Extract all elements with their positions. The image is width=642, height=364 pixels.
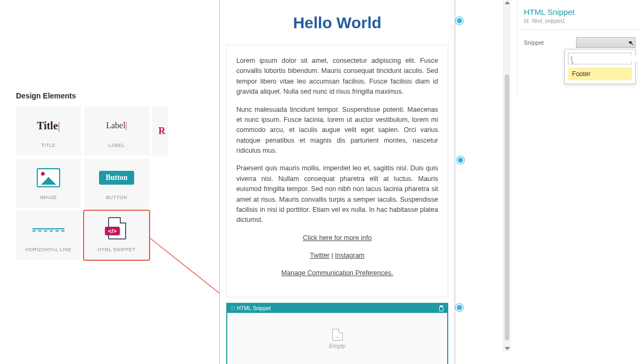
snippet-block-header[interactable]: HTML Snippet: [227, 304, 447, 313]
horizontal-line-preview-icon: [16, 218, 81, 242]
section-handle-icon[interactable]: [457, 156, 464, 164]
snippet-select-button[interactable]: [576, 37, 636, 48]
snippet-field-label: Snippet: [524, 37, 571, 46]
hero-title[interactable]: Hello World: [226, 6, 448, 45]
design-elements-heading: Design Elements: [16, 92, 173, 100]
dropdown-option-footer[interactable]: Footer: [568, 68, 632, 80]
properties-panel: HTML Snippet Id:html_snippet1 Snippet ↖ …: [517, 0, 642, 96]
design-tile-richtext-partial[interactable]: R: [152, 106, 168, 155]
design-tile-horizontal-line[interactable]: HORIZONTAL LINE: [16, 211, 81, 260]
tile-label: HORIZONTAL LINE: [25, 247, 71, 252]
design-elements-panel: Design Elements Title| TITLE Label| LABE…: [16, 92, 173, 260]
scroll-thumb[interactable]: [505, 75, 509, 341]
properties-id: Id:html_snippet1: [524, 18, 636, 24]
drag-handle-icon[interactable]: [231, 305, 235, 311]
paragraph: Praesent quis mauris mollis, imperdiet l…: [236, 163, 438, 225]
link-more-info[interactable]: Click here for more info: [303, 234, 372, 242]
link-preferences[interactable]: Manage Communication Preferences.: [282, 269, 393, 277]
image-preview-icon: [16, 166, 81, 189]
label-preview: Label|: [84, 114, 149, 137]
dropdown-search[interactable]: |: [568, 53, 632, 64]
paragraph: Nunc malesuada tincidunt tempor. Suspend…: [236, 105, 438, 156]
tile-label: BUTTON: [106, 195, 127, 200]
empty-document-icon: [332, 329, 343, 341]
email-canvas[interactable]: Hello World Lorem ipsum dolor sit amet, …: [219, 0, 455, 364]
snippet-select[interactable]: ↖ | Footer: [576, 37, 636, 48]
canvas-scrollbar[interactable]: [503, 0, 511, 351]
snippet-block-title: HTML Snippet: [237, 305, 271, 311]
properties-title: HTML Snippet: [524, 7, 636, 16]
design-tile-label[interactable]: Label| LABEL: [84, 106, 149, 155]
design-elements-grid: Title| TITLE Label| LABEL R IMAGE Button: [16, 106, 173, 260]
tile-label: IMAGE: [40, 195, 57, 200]
link-instagram[interactable]: Instagram: [335, 252, 365, 259]
trash-icon[interactable]: [439, 305, 444, 311]
title-preview: Title|: [16, 114, 81, 137]
tile-label: TITLE: [41, 143, 55, 148]
section-handle-icon[interactable]: [456, 17, 463, 24]
design-tile-html-snippet[interactable]: </> HTML SNIPPET: [84, 211, 149, 260]
content-block[interactable]: Lorem ipsum dolor sit amet, consectetur …: [226, 45, 448, 297]
link-separator: |: [330, 252, 335, 259]
dropdown-search-input[interactable]: [575, 55, 642, 62]
paragraph: Lorem ipsum dolor sit amet, consectetur …: [236, 56, 438, 97]
snippet-empty-label: Empty: [329, 343, 345, 349]
snippet-dropdown: | Footer: [564, 49, 636, 84]
design-tile-title[interactable]: Title| TITLE: [16, 106, 81, 155]
scroll-up-icon[interactable]: [505, 1, 510, 4]
button-preview: Button: [84, 166, 149, 189]
link-twitter[interactable]: Twitter: [310, 252, 330, 259]
tile-label: HTML SNIPPET: [97, 247, 135, 252]
richtext-preview: R: [155, 119, 168, 143]
section-handle-icon[interactable]: [456, 304, 463, 311]
html-snippet-preview-icon: </>: [84, 218, 149, 242]
tile-label: LABEL: [109, 143, 125, 148]
design-tile-image[interactable]: IMAGE: [16, 159, 81, 208]
search-icon: [571, 56, 572, 62]
design-tile-button[interactable]: Button BUTTON: [84, 159, 149, 208]
canvas-area: Hello World Lorem ipsum dolor sit amet, …: [219, 0, 508, 351]
divider: [517, 29, 642, 30]
scroll-down-icon[interactable]: [505, 347, 510, 350]
snippet-block-body[interactable]: Empty: [227, 313, 447, 364]
html-snippet-block[interactable]: HTML Snippet Empty: [226, 303, 448, 364]
